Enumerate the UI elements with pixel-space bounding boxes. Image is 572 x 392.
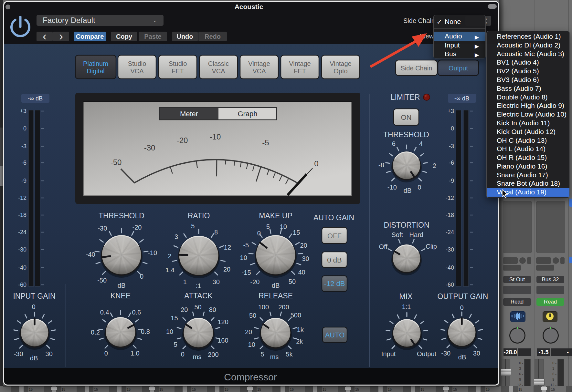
svg-text:Platinum: Platinum [83, 60, 108, 67]
svg-text:30: 30 [46, 350, 53, 357]
svg-text:-9: -9 [21, 178, 26, 184]
svg-text:Opto: Opto [334, 67, 347, 75]
svg-text:+3: +3 [20, 108, 26, 114]
svg-text:1.4: 1.4 [165, 266, 175, 273]
svg-text:Soft: Soft [392, 231, 403, 238]
svg-text:KNEE: KNEE [111, 292, 131, 300]
svg-text:-20: -20 [132, 224, 142, 231]
svg-text:0.2: 0.2 [91, 329, 100, 336]
svg-text:AUTO: AUTO [325, 331, 345, 339]
svg-text:-∞ dB: -∞ dB [28, 95, 43, 102]
svg-text:1: 1 [183, 278, 187, 285]
svg-text:DISTORTION: DISTORTION [384, 221, 429, 229]
svg-text:THRESHOLD: THRESHOLD [99, 211, 144, 220]
svg-text:15: 15 [293, 229, 300, 236]
svg-text:5: 5 [191, 222, 195, 230]
svg-text:dB: dB [404, 187, 411, 194]
svg-text:-18: -18 [18, 212, 26, 218]
svg-text:10: 10 [166, 328, 173, 335]
svg-text:10: 10 [248, 341, 255, 348]
svg-text:3: 3 [175, 233, 178, 240]
svg-text:0: 0 [23, 125, 26, 132]
svg-text:MAKE UP: MAKE UP [259, 211, 292, 220]
svg-text:-10: -10 [210, 132, 221, 141]
svg-text:Studio: Studio [128, 60, 146, 67]
svg-text:Vintage: Vintage [248, 60, 270, 67]
svg-text:1.0: 1.0 [131, 350, 140, 357]
svg-text:LIMITER: LIMITER [391, 93, 420, 101]
svg-text:-3: -3 [21, 143, 26, 150]
svg-text:OUTPUT GAIN: OUTPUT GAIN [438, 292, 488, 301]
svg-text:-24: -24 [18, 229, 26, 235]
svg-text:Off: Off [379, 243, 387, 250]
svg-text:0.6: 0.6 [132, 309, 141, 316]
svg-text:-10: -10 [148, 249, 157, 256]
svg-text:-5: -5 [262, 138, 269, 147]
svg-text:-40: -40 [86, 251, 95, 258]
svg-text:2k: 2k [296, 338, 303, 345]
svg-text:Vintage: Vintage [289, 60, 311, 67]
svg-text:-60: -60 [446, 282, 454, 288]
svg-text:-12 dB: -12 dB [324, 280, 345, 288]
svg-text:15: 15 [171, 315, 178, 322]
svg-text:30: 30 [473, 350, 480, 357]
svg-text:+3: +3 [447, 108, 454, 114]
svg-text:0: 0 [314, 159, 318, 168]
svg-text:50: 50 [194, 304, 201, 311]
svg-text:-∞ dB: -∞ dB [454, 95, 469, 102]
svg-text:30: 30 [213, 278, 220, 285]
svg-text:0: 0 [140, 273, 143, 280]
svg-text:dB: dB [272, 282, 280, 289]
svg-text:5k: 5k [286, 351, 293, 358]
svg-text:5: 5 [266, 223, 270, 230]
svg-text:-40: -40 [446, 264, 454, 271]
svg-text:-18: -18 [446, 212, 454, 218]
svg-text:INPUT GAIN: INPUT GAIN [13, 292, 55, 300]
svg-text:12: 12 [224, 244, 231, 251]
svg-text:-12: -12 [18, 195, 26, 201]
svg-text:Classic: Classic [208, 60, 229, 67]
svg-text:-5: -5 [243, 242, 249, 249]
svg-text:Hard: Hard [409, 231, 423, 238]
svg-text:Clip: Clip [426, 243, 437, 250]
svg-text:0: 0 [104, 350, 108, 357]
svg-text:200: 200 [278, 304, 289, 311]
svg-text:-15: -15 [242, 269, 251, 276]
svg-text:-30: -30 [98, 225, 107, 232]
svg-text:80: 80 [209, 306, 216, 313]
svg-text:ATTACK: ATTACK [184, 292, 213, 300]
svg-text:0: 0 [32, 303, 36, 310]
svg-text:50: 50 [249, 312, 256, 319]
svg-text:0: 0 [451, 125, 454, 132]
svg-text:ON: ON [401, 113, 412, 121]
svg-text:20: 20 [245, 328, 252, 335]
svg-text:-50: -50 [97, 277, 107, 284]
svg-text:-30: -30 [18, 246, 26, 253]
svg-text:THRESHOLD: THRESHOLD [383, 130, 429, 139]
svg-text:0: 0 [181, 351, 185, 358]
svg-text:200: 200 [208, 351, 218, 358]
svg-text:-3: -3 [449, 143, 454, 150]
svg-text:AUTO GAIN: AUTO GAIN [313, 213, 354, 222]
svg-text:-2: -2 [430, 162, 436, 169]
svg-text:40: 40 [298, 269, 305, 276]
svg-text:-4: -4 [417, 140, 423, 147]
svg-text:Studio: Studio [169, 60, 187, 67]
svg-text:20: 20 [300, 242, 307, 249]
svg-text:FET: FET [172, 67, 184, 75]
svg-text:ms: ms [270, 353, 279, 360]
svg-text:Input: Input [381, 350, 396, 357]
svg-text:160: 160 [217, 337, 228, 344]
svg-text:30: 30 [302, 255, 309, 262]
svg-text:8: 8 [214, 229, 218, 236]
svg-text:Graph: Graph [238, 110, 257, 118]
svg-text:VCA: VCA [212, 67, 225, 75]
svg-text:1k: 1k [297, 326, 304, 333]
svg-text:100: 100 [258, 304, 269, 311]
svg-text:-30: -30 [14, 350, 23, 357]
svg-text:-12: -12 [446, 195, 454, 201]
svg-text:-24: -24 [446, 229, 454, 235]
svg-text:Output: Output [449, 65, 468, 72]
svg-text:RELEASE: RELEASE [259, 292, 293, 300]
svg-text:RATIO: RATIO [188, 211, 210, 220]
